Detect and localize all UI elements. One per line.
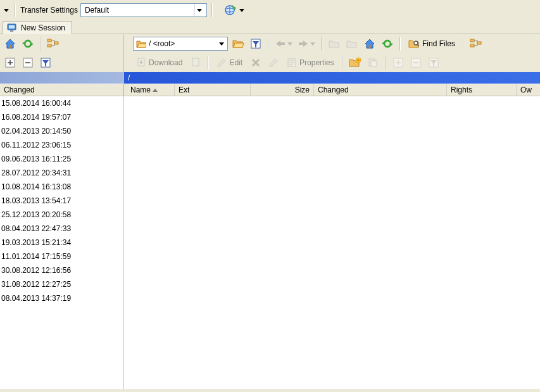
list-item[interactable]: 18.03.2013 13:54:17 bbox=[0, 194, 123, 208]
refresh-button[interactable] bbox=[20, 36, 35, 51]
sync-browse-button[interactable] bbox=[46, 36, 61, 51]
delete-button bbox=[248, 55, 263, 70]
separator bbox=[268, 37, 269, 51]
home-icon bbox=[4, 38, 16, 49]
session-tabs: New Session bbox=[0, 20, 540, 34]
svg-rect-7 bbox=[47, 44, 51, 47]
col-ext-label: Ext bbox=[179, 85, 189, 94]
list-item[interactable]: 06.11.2012 23:06:15 bbox=[0, 138, 123, 152]
col-changed[interactable]: Changed bbox=[0, 84, 123, 96]
col-owner[interactable]: Ow bbox=[517, 84, 540, 96]
new-folder-button[interactable] bbox=[348, 55, 363, 70]
forward-button[interactable] bbox=[296, 36, 317, 51]
list-item[interactable]: 08.04.2013 14:37:19 bbox=[0, 291, 123, 305]
sort-asc-icon bbox=[153, 89, 158, 92]
menu-dropdown[interactable] bbox=[3, 3, 10, 18]
remote-action-toolbar: Download Edit bbox=[124, 53, 540, 72]
top-toolbar: Transfer Settings Default bbox=[0, 0, 540, 20]
folder-open-icon bbox=[136, 39, 146, 48]
dual-pane: Changed 15.08.2014 16:00:4416.08.2014 19… bbox=[0, 34, 540, 389]
copy-icon bbox=[368, 58, 378, 68]
remote-filter2-button bbox=[426, 55, 441, 70]
download-menu-button bbox=[188, 55, 203, 70]
list-item[interactable]: 19.03.2013 15:21:34 bbox=[0, 236, 123, 250]
remote-file-list[interactable] bbox=[124, 96, 540, 389]
col-rights[interactable]: Rights bbox=[447, 84, 517, 96]
list-item[interactable]: 30.08.2012 12:16:56 bbox=[0, 263, 123, 277]
col-name[interactable]: Name bbox=[124, 84, 175, 96]
reconnect-icon bbox=[223, 4, 237, 16]
list-item[interactable]: 08.04.2013 22:47:33 bbox=[0, 222, 123, 236]
select-plus-button[interactable] bbox=[3, 55, 18, 70]
back-button[interactable] bbox=[273, 36, 294, 51]
list-item[interactable]: 15.08.2014 16:00:44 bbox=[0, 96, 123, 110]
home-button[interactable] bbox=[3, 36, 18, 51]
rename-button bbox=[266, 55, 281, 70]
list-item[interactable]: 28.07.2012 20:34:31 bbox=[0, 166, 123, 180]
copy-button bbox=[365, 55, 380, 70]
properties-label: Properties bbox=[299, 58, 334, 67]
col-changed-label: Changed bbox=[4, 85, 35, 94]
find-files-button[interactable]: Find Files bbox=[405, 36, 458, 51]
separator bbox=[15, 3, 16, 17]
col-changed-remote-label: Changed bbox=[318, 85, 349, 94]
remote-home-button[interactable] bbox=[362, 36, 377, 51]
refresh-icon bbox=[382, 38, 393, 49]
select-minus-button[interactable] bbox=[20, 55, 35, 70]
list-item[interactable]: 31.08.2012 12:27:25 bbox=[0, 277, 123, 291]
list-item[interactable]: 02.04.2013 20:14:50 bbox=[0, 124, 123, 138]
transfer-settings-select[interactable]: Default bbox=[80, 3, 207, 17]
root-dir-button[interactable] bbox=[344, 36, 360, 51]
new-session-label: New Session bbox=[21, 23, 65, 32]
remote-column-headers: Name Ext Size Changed Rights Ow bbox=[124, 84, 540, 96]
transfer-settings-label: Transfer Settings bbox=[20, 6, 78, 15]
remote-path-text: / bbox=[128, 73, 130, 82]
col-rights-label: Rights bbox=[451, 85, 472, 94]
download-icon bbox=[136, 58, 146, 68]
filter-button[interactable] bbox=[38, 55, 53, 70]
plus-box-icon bbox=[5, 58, 15, 68]
separator bbox=[321, 37, 322, 51]
svg-rect-23 bbox=[371, 61, 377, 66]
svg-rect-3 bbox=[9, 25, 15, 28]
new-session-tab[interactable]: New Session bbox=[3, 21, 72, 34]
list-item[interactable]: 09.06.2013 16:11:25 bbox=[0, 152, 123, 166]
svg-rect-5 bbox=[9, 45, 11, 48]
remote-refresh-button[interactable] bbox=[380, 36, 395, 51]
parent-dir-button[interactable] bbox=[327, 36, 342, 51]
remote-path-value: / <root> bbox=[149, 39, 215, 48]
list-item[interactable]: 11.01.2014 17:15:59 bbox=[0, 250, 123, 263]
col-ext[interactable]: Ext bbox=[175, 84, 251, 96]
local-file-list[interactable]: 15.08.2014 16:00:4416.08.2014 19:57:0702… bbox=[0, 96, 123, 389]
col-owner-label: Ow bbox=[520, 85, 532, 94]
reconnect-button[interactable] bbox=[223, 3, 245, 18]
col-changed-remote[interactable]: Changed bbox=[314, 84, 447, 96]
remote-path-combo[interactable]: / <root> bbox=[133, 37, 228, 51]
open-folder-button[interactable] bbox=[230, 36, 246, 51]
remote-select-minus-button bbox=[408, 55, 424, 70]
col-size[interactable]: Size bbox=[251, 84, 314, 96]
list-item[interactable]: 10.08.2014 16:13:08 bbox=[0, 180, 123, 194]
chevron-down-icon bbox=[194, 4, 204, 16]
svg-rect-16 bbox=[470, 44, 474, 47]
remote-select-plus-button bbox=[391, 55, 406, 70]
separator bbox=[463, 37, 464, 51]
minus-box-icon bbox=[23, 58, 33, 68]
svg-rect-15 bbox=[470, 39, 474, 42]
download-alt-icon bbox=[191, 58, 201, 68]
remote-nav-toolbar: / <root> bbox=[124, 34, 540, 53]
remote-filter-button[interactable] bbox=[248, 36, 263, 51]
new-folder-icon bbox=[349, 58, 361, 68]
arrow-left-icon bbox=[275, 39, 286, 48]
svg-rect-19 bbox=[192, 58, 199, 66]
separator bbox=[208, 56, 209, 70]
rename-icon bbox=[268, 58, 279, 68]
svg-rect-4 bbox=[10, 30, 13, 32]
remote-sync-browse-button[interactable] bbox=[468, 36, 484, 51]
arrow-right-icon bbox=[298, 39, 309, 48]
folder-up-icon bbox=[329, 39, 340, 49]
edit-button: Edit bbox=[213, 55, 246, 70]
list-item[interactable]: 16.08.2014 19:57:07 bbox=[0, 110, 123, 124]
list-item[interactable]: 25.12.2013 20:20:58 bbox=[0, 208, 123, 222]
remote-path-bar: / bbox=[124, 72, 540, 84]
